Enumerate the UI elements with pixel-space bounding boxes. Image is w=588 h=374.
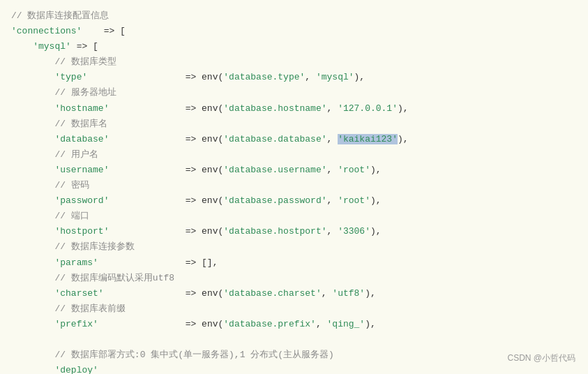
str-3306: '3306': [338, 226, 370, 237]
comma-4: ,: [327, 165, 338, 175]
str-db-prefix: 'database.prefix': [223, 319, 316, 329]
code-line-13: 'password' => env('database.password', '…: [11, 193, 577, 209]
code-line-5: 'type' => env('database.type', 'mysql'),: [11, 70, 577, 85]
code-line-9: 'database' => env('database.database', '…: [11, 132, 577, 147]
str-root-pass: 'root': [338, 195, 370, 206]
code-line-14: // 端口: [11, 209, 577, 224]
str-qing: 'qing_': [327, 319, 365, 329]
code-line-23: // 数据库部署方式:0 集中式(单一服务器),1 分布式(主从服务器): [11, 347, 577, 363]
arrow-9: => [],: [98, 257, 218, 268]
comment-6: // 密码: [54, 180, 89, 190]
comment-8: // 数据库连接参数: [54, 241, 134, 252]
key-database: 'database': [54, 134, 109, 144]
arrow-10: =>: [104, 288, 202, 299]
arrow-2: => [: [71, 41, 98, 52]
close-1: ),: [354, 72, 365, 82]
func-env-hostport: env(: [202, 226, 223, 237]
str-db-password: 'database.password': [223, 195, 326, 206]
arrow-6: =>: [109, 165, 202, 175]
code-line-24: 'deploy': [11, 363, 577, 374]
close-5: ),: [370, 195, 382, 206]
key-params: 'params': [54, 257, 98, 268]
code-line-7: 'hostname' => env('database.hostname', '…: [11, 101, 577, 117]
str-kaikai123: 'kaikai123': [338, 134, 398, 144]
comment-9: // 数据库编码默认采用utf8: [54, 273, 174, 283]
code-line-11: 'username' => env('database.username', '…: [11, 163, 577, 178]
code-line-21: 'prefix' => env('database.prefix', 'qing…: [11, 317, 577, 332]
code-line-3: 'mysql' => [: [11, 39, 577, 54]
str-root-user: 'root': [338, 165, 370, 175]
code-line-12: // 密码: [11, 178, 577, 193]
comment-3: // 服务器地址: [54, 87, 116, 98]
func-env-charset: env(: [202, 288, 223, 299]
key-prefix: 'prefix': [54, 319, 98, 329]
close-4: ),: [370, 165, 382, 175]
arrow-8: =>: [109, 226, 202, 237]
code-line-17: 'params' => [],: [11, 255, 577, 271]
code-line-22: [11, 332, 577, 347]
code-line-6: // 服务器地址: [11, 85, 577, 100]
key-password: 'password': [54, 195, 109, 206]
str-mysql: 'mysql': [316, 72, 354, 82]
str-db-database: 'database.database': [223, 134, 326, 144]
key-hostname: 'hostname': [54, 103, 109, 114]
comment-5: // 用户名: [54, 149, 98, 160]
comma-8: ,: [316, 319, 327, 329]
code-line-20: // 数据库表前缀: [11, 301, 577, 317]
key-username: 'username': [54, 165, 109, 175]
str-db-type: 'database.type': [223, 72, 305, 82]
code-line-1: // 数据库连接配置信息: [11, 8, 577, 24]
func-env-hostname: env(: [202, 103, 223, 114]
comment-2: // 数据库类型: [54, 57, 116, 67]
code-line-15: 'hostport' => env('database.hostport', '…: [11, 224, 577, 239]
close-8: ),: [365, 319, 376, 329]
func-env-username: env(: [202, 165, 223, 175]
code-line-8: // 数据库名: [11, 117, 577, 132]
code-line-4: // 数据库类型: [11, 54, 577, 70]
key-type: 'type': [54, 72, 87, 82]
comma-2: ,: [327, 103, 338, 114]
str-db-hostport: 'database.hostport': [223, 226, 326, 237]
arrow-7: =>: [109, 195, 202, 206]
code-line-10: // 用户名: [11, 147, 577, 163]
key-hostport: 'hostport': [54, 226, 109, 237]
code-line-2: 'connections' => [: [11, 24, 577, 39]
func-env-password: env(: [202, 195, 223, 206]
comma-6: ,: [327, 226, 338, 237]
arrow-4: =>: [109, 103, 202, 114]
comment-7: // 端口: [54, 211, 89, 221]
close-2: ),: [398, 103, 409, 114]
code-line-19: 'charset' => env('database.charset', 'ut…: [11, 286, 577, 301]
arrow-5: =>: [109, 134, 202, 144]
str-utf8: 'utf8': [332, 288, 365, 299]
key-connections: 'connections': [11, 26, 82, 36]
arrow-11: =>: [98, 319, 202, 329]
close-7: ),: [365, 288, 376, 299]
watermark: CSDN @小哲代码: [507, 352, 575, 364]
arrow-3: =>: [87, 72, 202, 82]
func-env-type: env(: [202, 72, 223, 82]
str-db-charset: 'database.charset': [223, 288, 321, 299]
comment-11: // 数据库部署方式:0 集中式(单一服务器),1 分布式(主从服务器): [54, 350, 333, 360]
comment-4: // 数据库名: [54, 119, 107, 129]
code-container: // 数据库连接配置信息 'connections' => [ 'mysql' …: [0, 0, 588, 374]
key-deploy: 'deploy': [54, 365, 98, 374]
code-line-16: // 数据库连接参数: [11, 239, 577, 255]
comma-5: ,: [327, 195, 338, 206]
code-line-18: // 数据库编码默认采用utf8: [11, 271, 577, 286]
comment-1: // 数据库连接配置信息: [11, 10, 109, 21]
comma-3: ,: [327, 134, 338, 144]
func-env-database: env(: [202, 134, 223, 144]
arrow-1: => [: [82, 26, 125, 36]
str-db-username: 'database.username': [223, 165, 326, 175]
comma-1: ,: [305, 72, 316, 82]
close-6: ),: [370, 226, 382, 237]
str-ip: '127.0.0.1': [338, 103, 398, 114]
close-3: ),: [398, 134, 409, 144]
func-env-prefix: env(: [202, 319, 223, 329]
key-charset: 'charset': [54, 288, 103, 299]
key-mysql: 'mysql': [33, 41, 71, 52]
str-db-hostname: 'database.hostname': [223, 103, 326, 114]
comma-7: ,: [322, 288, 333, 299]
comment-10: // 数据库表前缀: [54, 304, 125, 314]
